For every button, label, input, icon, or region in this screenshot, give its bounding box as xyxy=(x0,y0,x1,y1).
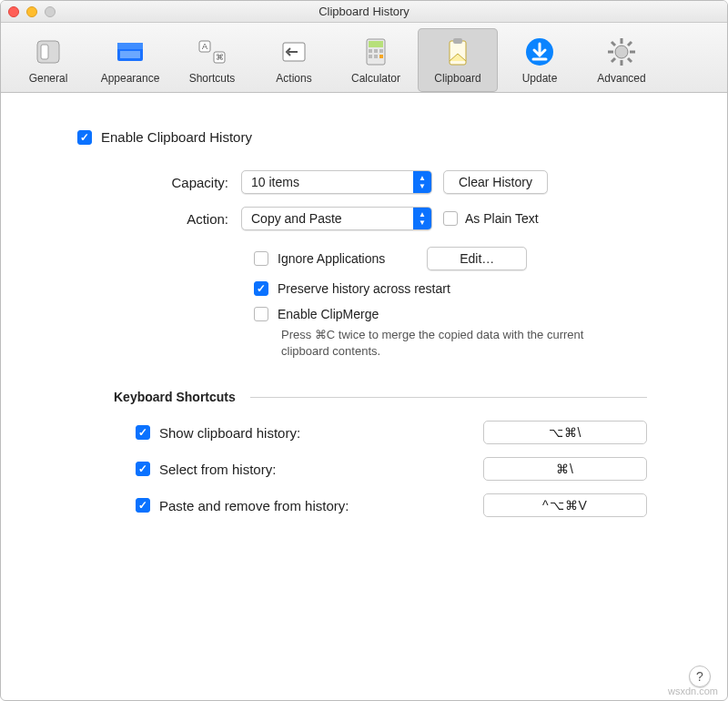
tab-clipboard[interactable]: Clipboard xyxy=(418,28,498,92)
window-zoom-button[interactable] xyxy=(45,6,56,17)
clipboard-icon xyxy=(420,34,496,70)
window-close-button[interactable] xyxy=(8,6,19,17)
svg-text:⌘: ⌘ xyxy=(216,53,224,62)
ignore-applications-label: Ignore Applications xyxy=(278,251,385,266)
window-minimize-button[interactable] xyxy=(26,6,37,17)
svg-line-29 xyxy=(612,58,615,62)
paste-remove-shortcut-checkbox[interactable] xyxy=(136,498,150,513)
clear-history-button[interactable]: Clear History xyxy=(443,170,548,194)
shortcuts-icon: A⌘ xyxy=(174,34,250,70)
show-history-shortcut-checkbox[interactable] xyxy=(136,425,150,440)
select-history-shortcut-label: Select from history: xyxy=(159,462,483,477)
tab-advanced[interactable]: Advanced xyxy=(581,28,662,92)
tab-shortcuts[interactable]: A⌘ Shortcuts xyxy=(172,28,252,92)
svg-rect-14 xyxy=(379,49,383,53)
svg-rect-3 xyxy=(117,43,143,49)
svg-rect-13 xyxy=(374,49,378,53)
as-plain-text-label: As Plain Text xyxy=(465,211,539,226)
show-history-shortcut-field[interactable]: ⌥⌘\ xyxy=(483,421,647,444)
select-stepper-icon: ▲▼ xyxy=(413,208,431,229)
svg-rect-18 xyxy=(450,41,466,65)
svg-rect-15 xyxy=(369,55,372,58)
svg-rect-11 xyxy=(369,41,383,47)
keyboard-shortcuts-heading: Keyboard Shortcuts xyxy=(114,390,236,404)
as-plain-text-checkbox[interactable] xyxy=(443,211,458,226)
actions-icon xyxy=(256,34,332,70)
switch-icon xyxy=(10,34,86,70)
svg-rect-17 xyxy=(379,55,383,58)
svg-line-28 xyxy=(628,58,632,62)
enable-clipmerge-checkbox[interactable] xyxy=(254,307,268,321)
svg-line-30 xyxy=(628,42,632,46)
svg-rect-4 xyxy=(120,51,140,58)
action-select[interactable]: Copy and Paste ▲▼ xyxy=(241,207,432,230)
watermark-text: wsxdn.com xyxy=(668,686,718,696)
select-history-shortcut-checkbox[interactable] xyxy=(136,462,150,476)
appearance-icon xyxy=(92,34,168,70)
paste-remove-shortcut-field[interactable]: ^⌥⌘V xyxy=(483,493,647,517)
action-label: Action: xyxy=(77,211,241,227)
capacity-label: Capacity: xyxy=(77,175,241,190)
svg-point-22 xyxy=(615,46,628,58)
enable-clipboard-history-checkbox[interactable] xyxy=(77,130,92,145)
svg-line-27 xyxy=(612,42,615,46)
select-stepper-icon: ▲▼ xyxy=(413,171,431,193)
window-title: Clipboard History xyxy=(1,5,727,18)
preserve-history-label: Preserve history across restart xyxy=(278,281,450,296)
tab-update[interactable]: Update xyxy=(500,28,580,92)
calculator-icon xyxy=(338,34,414,70)
update-icon xyxy=(501,34,578,70)
gear-icon xyxy=(583,34,660,70)
select-history-shortcut-field[interactable]: ⌘\ xyxy=(483,457,647,481)
svg-rect-12 xyxy=(369,49,372,53)
help-button[interactable]: ? xyxy=(689,665,711,687)
preserve-history-checkbox[interactable] xyxy=(254,281,268,296)
edit-ignore-apps-button[interactable]: Edit… xyxy=(427,247,527,270)
svg-rect-16 xyxy=(374,55,378,58)
clipmerge-help-text: Press ⌘C twice to merge the copied data … xyxy=(281,327,609,359)
tab-appearance[interactable]: Appearance xyxy=(90,28,170,92)
tab-general[interactable]: General xyxy=(8,28,88,92)
enable-clipboard-history-label: Enable Clipboard History xyxy=(101,129,252,145)
enable-clipmerge-label: Enable ClipMerge xyxy=(278,307,379,321)
preferences-toolbar: General Appearance A⌘ Shortcuts Actions … xyxy=(1,23,727,93)
svg-rect-1 xyxy=(41,45,48,59)
show-history-shortcut-label: Show clipboard history: xyxy=(159,425,483,441)
svg-rect-19 xyxy=(453,38,462,44)
titlebar: Clipboard History xyxy=(1,1,727,23)
capacity-select[interactable]: 10 items ▲▼ xyxy=(241,170,432,194)
svg-text:A: A xyxy=(202,42,207,51)
divider xyxy=(250,397,647,398)
tab-actions[interactable]: Actions xyxy=(254,28,334,92)
ignore-applications-checkbox[interactable] xyxy=(254,251,268,266)
paste-remove-shortcut-label: Paste and remove from history: xyxy=(159,498,483,513)
tab-calculator[interactable]: Calculator xyxy=(336,28,416,92)
